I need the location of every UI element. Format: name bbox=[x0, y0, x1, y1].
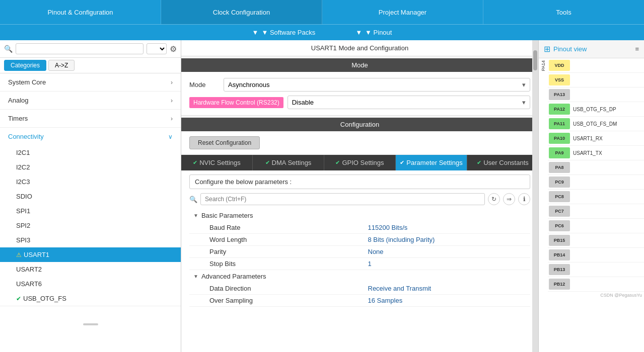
sidebar-item-sdio[interactable]: SDIO bbox=[0, 189, 181, 204]
pin-box-vss[interactable]: VSS bbox=[549, 74, 570, 85]
params-search-input[interactable] bbox=[200, 193, 485, 205]
basic-params-header[interactable]: ▼ Basic Parameters bbox=[189, 209, 530, 222]
dropdown-arrow-icon: ▾ bbox=[522, 81, 526, 89]
pin-function-pa9: USART1_TX bbox=[571, 150, 602, 156]
sidebar-item-usart6[interactable]: USART6 bbox=[0, 277, 181, 291]
sidebar-item-usb-otg-fs[interactable]: ✔ USB_OTG_FS bbox=[0, 291, 181, 306]
warning-icon: ⚠ bbox=[16, 251, 22, 258]
sidebar-item-spi3[interactable]: SPI3 bbox=[0, 233, 181, 247]
mode-section-header: Mode bbox=[181, 58, 538, 72]
sidebar-item-spi2[interactable]: SPI2 bbox=[0, 218, 181, 233]
check-icon-nvic: ✔ bbox=[193, 159, 197, 166]
pin-row-pc8: PC8 bbox=[548, 190, 644, 204]
sidebar-item-i2c1[interactable]: I2C1 bbox=[0, 145, 181, 160]
tab-dma-settings[interactable]: ✔ DMA Settings bbox=[253, 155, 324, 170]
pin-box-pc8[interactable]: PC8 bbox=[549, 191, 570, 202]
pin-box-pa10[interactable]: PA10 bbox=[549, 133, 570, 144]
pin-row-pa12: PA12 USB_OTG_FS_DP bbox=[548, 102, 644, 117]
flow-control-select[interactable]: Disable ▾ bbox=[288, 96, 530, 109]
pin-row-pc9: PC9 bbox=[548, 175, 644, 190]
sidebar-group-header-timers[interactable]: Timers › bbox=[0, 110, 181, 127]
tab-categories[interactable]: Categories bbox=[4, 60, 46, 71]
sidebar-content: System Core › Analog › Timers › bbox=[0, 73, 181, 352]
sidebar-resize-handle[interactable] bbox=[0, 321, 181, 327]
tab-nvic-settings[interactable]: ✔ NVIC Settings bbox=[181, 155, 253, 170]
mode-select[interactable]: Asynchronous ▾ bbox=[224, 78, 530, 92]
pa14-vertical-label: PA14 bbox=[539, 58, 548, 292]
list-icon[interactable]: ≡ bbox=[635, 45, 639, 53]
pin-rows: VDD VSS PA13 PA12 bbox=[548, 58, 644, 292]
chevron-right-icon-3: › bbox=[171, 115, 173, 122]
search-input[interactable] bbox=[16, 43, 144, 54]
info-icon[interactable]: ℹ bbox=[518, 193, 530, 205]
pin-box-pb12[interactable]: PB12 bbox=[549, 279, 570, 290]
pin-row-pa10: PA10 USART1_RX bbox=[548, 131, 644, 146]
nav-project[interactable]: Project Manager bbox=[322, 0, 483, 24]
pin-box-pb13[interactable]: PB13 bbox=[549, 264, 570, 275]
software-packs-btn[interactable]: ▼ ▼ Software Packs bbox=[252, 29, 316, 36]
sidebar-item-i2c2[interactable]: I2C2 bbox=[0, 160, 181, 174]
nav-clock[interactable]: Clock Configuration bbox=[161, 0, 322, 24]
check-icon-user: ✔ bbox=[477, 159, 481, 166]
tab-parameter-settings[interactable]: ✔ Parameter Settings bbox=[396, 155, 467, 170]
pinout-btn[interactable]: ▼ ▼ Pinout bbox=[355, 29, 392, 36]
center-scrollbar[interactable] bbox=[532, 40, 538, 352]
chevron-down-icon: ∨ bbox=[168, 133, 173, 140]
reset-configuration-button[interactable]: Reset Configuration bbox=[189, 136, 260, 149]
sidebar-item-usart2[interactable]: USART2 bbox=[0, 262, 181, 277]
pin-row-pb13: PB13 bbox=[548, 262, 644, 277]
sidebar-item-usart1[interactable]: ⚠ USART1 bbox=[0, 247, 181, 262]
pinout-view-label: Pinout view bbox=[553, 45, 587, 53]
chevron-right-icon: › bbox=[171, 79, 173, 86]
config-section-header: Configuration bbox=[181, 118, 538, 131]
pin-row-pa11: PA11 USB_OTG_FS_DM bbox=[548, 117, 644, 131]
refresh-icon[interactable]: ↻ bbox=[488, 193, 500, 205]
pin-box-pb15[interactable]: PB15 bbox=[549, 235, 570, 246]
tab-az[interactable]: A->Z bbox=[48, 60, 75, 71]
scrollbar-thumb[interactable] bbox=[533, 50, 537, 70]
pin-box-pc9[interactable]: PC9 bbox=[549, 177, 570, 188]
sidebar-item-i2c3[interactable]: I2C3 bbox=[0, 174, 181, 189]
search-dropdown[interactable] bbox=[147, 43, 167, 54]
pin-row-pc7: PC7 bbox=[548, 204, 644, 219]
sidebar-group-header-analog[interactable]: Analog › bbox=[0, 92, 181, 109]
param-row-word-length: Word Length 8 Bits (including Parity) bbox=[189, 234, 530, 246]
pin-function-pa11: USB_OTG_FS_DM bbox=[571, 121, 617, 127]
forward-icon[interactable]: ⇒ bbox=[503, 193, 515, 205]
main-layout: 🔍 ⚙ Categories A->Z System Core › bbox=[0, 40, 644, 352]
pin-box-pa11[interactable]: PA11 bbox=[549, 118, 570, 129]
param-value-word-length: 8 Bits (including Parity) bbox=[368, 236, 527, 243]
sidebar: 🔍 ⚙ Categories A->Z System Core › bbox=[0, 40, 181, 352]
pin-box-vdd[interactable]: VDD bbox=[549, 60, 570, 71]
advanced-params-header[interactable]: ▼ Advanced Parameters bbox=[189, 270, 530, 283]
pin-box-pc6[interactable]: PC6 bbox=[549, 220, 570, 231]
nav-tools[interactable]: Tools bbox=[483, 0, 644, 24]
param-value-baud-rate: 115200 Bits/s bbox=[368, 224, 527, 231]
sidebar-group-header-system-core[interactable]: System Core › bbox=[0, 73, 181, 91]
pin-box-pb14[interactable]: PB14 bbox=[549, 249, 570, 260]
pin-box-pa9[interactable]: PA9 bbox=[549, 147, 570, 158]
check-icon: ✔ bbox=[16, 295, 21, 302]
pin-row-pb12: PB12 bbox=[548, 277, 644, 292]
pin-box-pc7[interactable]: PC7 bbox=[549, 206, 570, 217]
pin-row-pc6: PC6 bbox=[548, 219, 644, 233]
tab-gpio-settings[interactable]: ✔ GPIO Settings bbox=[324, 155, 396, 170]
pin-box-pa12[interactable]: PA12 bbox=[549, 104, 570, 115]
sidebar-group-analog: Analog › bbox=[0, 92, 181, 110]
tab-user-constants[interactable]: ✔ User Constants bbox=[467, 155, 538, 170]
pin-box-pa8[interactable]: PA8 bbox=[549, 162, 570, 173]
gear-icon[interactable]: ⚙ bbox=[170, 44, 177, 54]
center-area: USART1 Mode and Configuration Mode Mode … bbox=[181, 40, 538, 352]
sidebar-group-header-connectivity[interactable]: Connectivity ∨ bbox=[0, 128, 181, 145]
search-row: 🔍 ⚙ bbox=[0, 40, 181, 58]
params-search-row: 🔍 ↻ ⇒ ℹ bbox=[189, 193, 530, 205]
pinout-view-header: ⊞ Pinout view ≡ bbox=[539, 40, 644, 58]
params-area: Configure the below parameters : 🔍 ↻ ⇒ ℹ… bbox=[181, 170, 538, 352]
param-row-over-sampling: Over Sampling 16 Samples bbox=[189, 295, 530, 307]
nav-pinout[interactable]: Pinout & Configuration bbox=[0, 0, 161, 24]
pin-box-pa13[interactable]: PA13 bbox=[549, 89, 570, 100]
sidebar-item-spi1[interactable]: SPI1 bbox=[0, 204, 181, 218]
sidebar-group-timers: Timers › bbox=[0, 110, 181, 128]
search-icon: 🔍 bbox=[4, 45, 13, 53]
pin-row-pb14: PB14 bbox=[548, 248, 644, 262]
